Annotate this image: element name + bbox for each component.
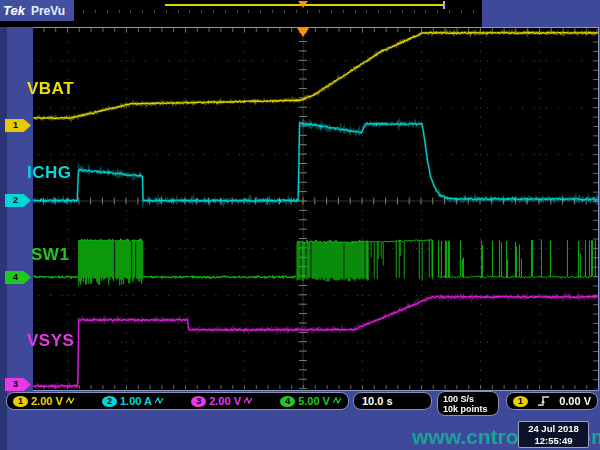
date-readout: 24 Jul 2018 (519, 423, 588, 435)
channel-3-badge: 3 (191, 396, 206, 407)
trigger-position-triangle-icon (297, 28, 309, 37)
channel-3-scale: 2.00 V (209, 395, 241, 407)
acquisition-box: 100 S/s 10k points (437, 391, 499, 416)
trigger-source-badge: 1 (513, 396, 528, 407)
oscilloscope-screen: { "title_bar": { "logo": "Tek", "mode": … (0, 0, 600, 450)
channel-label-vbat: VBAT (27, 79, 74, 99)
channel-4-readout: 4 5.00 V (280, 395, 342, 407)
channel-2-readout: 2 1.00 A (102, 395, 164, 407)
time-readout: 12:55:49 (519, 435, 588, 447)
channel-label-sw1: SW1 (31, 245, 69, 265)
channel-2-badge: 2 (102, 396, 117, 407)
channel-2-coupling-icon (155, 396, 164, 406)
trigger-level-readout: 0.00 V (559, 395, 591, 407)
waveform-display (0, 0, 600, 450)
channel-label-vsys: VSYS (27, 331, 74, 351)
channel-2-scale: 1.00 A (120, 395, 152, 407)
record-length-readout: 10k points (443, 404, 488, 414)
channel-4-badge: 4 (280, 396, 295, 407)
channel-3-coupling-icon (244, 396, 253, 406)
channel-1-badge: 1 (13, 396, 28, 407)
channel-1-readout: 1 2.00 V (13, 395, 75, 407)
channel-4-scale: 5.00 V (298, 395, 330, 407)
channel-3-readout: 3 2.00 V (191, 395, 253, 407)
datetime-box: 24 Jul 2018 12:55:49 (518, 421, 589, 448)
status-bar: 1 2.00 V 2 1.00 A 3 2.00 V 4 5.00 V 10.0… (0, 391, 600, 417)
trigger-readout-box: 1 0.00 V (506, 392, 598, 410)
trigger-rising-edge-icon (537, 395, 550, 407)
channel-1-coupling-icon (66, 396, 75, 406)
timebase-readout: 10.0 s (362, 395, 393, 407)
horizontal-scale-box: 10.0 s (353, 392, 432, 410)
sample-rate-readout: 100 S/s (443, 394, 474, 404)
channel-1-scale: 2.00 V (31, 395, 63, 407)
channel-readouts-box: 1 2.00 V 2 1.00 A 3 2.00 V 4 5.00 V (6, 392, 349, 410)
channel-label-ichg: ICHG (27, 163, 72, 183)
channel-4-coupling-icon (333, 396, 342, 406)
